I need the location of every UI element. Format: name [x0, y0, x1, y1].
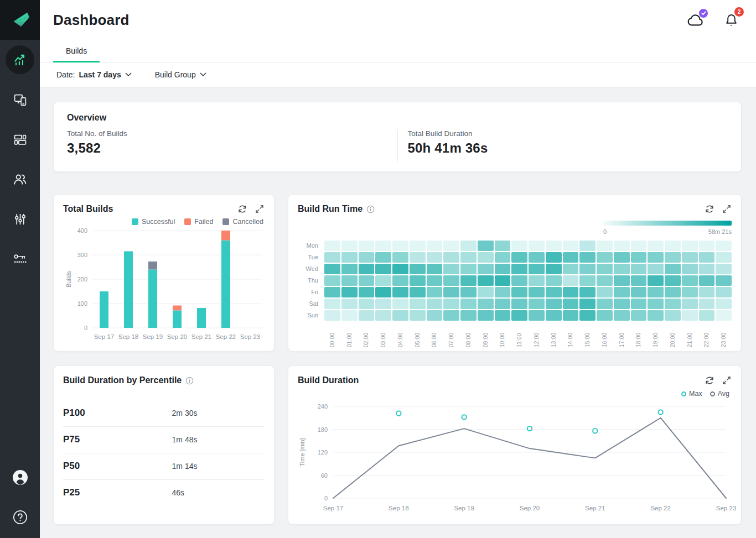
heatmap-cell[interactable]: [460, 310, 477, 321]
heatmap-cell[interactable]: [682, 275, 698, 286]
heatmap-cell[interactable]: [359, 287, 375, 297]
heatmap-cell[interactable]: [460, 287, 477, 297]
heatmap-cell[interactable]: [529, 252, 545, 263]
heatmap-cell[interactable]: [324, 275, 340, 286]
heatmap-cell[interactable]: [511, 275, 527, 286]
heatmap-cell[interactable]: [546, 287, 562, 297]
heatmap-cell[interactable]: [359, 252, 375, 263]
heatmap-cell[interactable]: [579, 275, 596, 286]
heatmap-cell[interactable]: [478, 241, 494, 251]
heatmap-cell[interactable]: [443, 310, 459, 321]
heatmap-cell[interactable]: [495, 241, 511, 251]
heatmap-cell[interactable]: [359, 275, 375, 286]
heatmap-cell[interactable]: [427, 287, 443, 297]
heatmap-cell[interactable]: [665, 299, 681, 309]
heatmap-cell[interactable]: [579, 310, 596, 321]
heatmap-cell[interactable]: [495, 252, 511, 263]
heatmap-cell[interactable]: [665, 264, 681, 274]
heatmap-cell[interactable]: [359, 310, 375, 321]
heatmap-cell[interactable]: [392, 241, 408, 251]
heatmap-cell[interactable]: [716, 275, 732, 286]
heatmap-cell[interactable]: [375, 310, 391, 321]
heatmap-cell[interactable]: [392, 275, 408, 286]
heatmap-cell[interactable]: [716, 252, 732, 263]
heatmap-cell[interactable]: [529, 287, 545, 297]
heatmap-cell[interactable]: [546, 252, 562, 263]
heatmap-cell[interactable]: [443, 287, 459, 297]
heatmap-cell[interactable]: [682, 252, 698, 263]
heatmap-cell[interactable]: [648, 299, 664, 309]
heatmap-cell[interactable]: [614, 241, 630, 251]
heatmap-cell[interactable]: [529, 241, 545, 251]
sidebar-item-team[interactable]: [0, 159, 40, 199]
heatmap-cell[interactable]: [716, 310, 732, 321]
heatmap-cell[interactable]: [614, 310, 630, 321]
heatmap-cell[interactable]: [375, 264, 391, 274]
heatmap-cell[interactable]: [563, 264, 579, 274]
heatmap-cell[interactable]: [546, 241, 562, 251]
heatmap-cell[interactable]: [597, 241, 613, 251]
heatmap-cell[interactable]: [427, 299, 443, 309]
heatmap-cell[interactable]: [597, 264, 613, 274]
heatmap-cell[interactable]: [665, 275, 681, 286]
heatmap-cell[interactable]: [631, 241, 647, 251]
cloud-status-button[interactable]: [686, 11, 705, 29]
heatmap-cell[interactable]: [665, 252, 681, 263]
heatmap-cell[interactable]: [495, 287, 511, 297]
heatmap-cell[interactable]: [682, 264, 698, 274]
heatmap-cell[interactable]: [427, 264, 443, 274]
refresh-button[interactable]: [705, 375, 714, 385]
heatmap-cell[interactable]: [495, 310, 511, 321]
heatmap-cell[interactable]: [427, 241, 443, 251]
heatmap-cell[interactable]: [427, 310, 443, 321]
heatmap-cell[interactable]: [495, 275, 511, 286]
heatmap-cell[interactable]: [443, 275, 459, 286]
heatmap-cell[interactable]: [563, 287, 579, 297]
heatmap-cell[interactable]: [597, 310, 613, 321]
heatmap-cell[interactable]: [460, 299, 477, 309]
heatmap-cell[interactable]: [631, 275, 647, 286]
heatmap-cell[interactable]: [682, 241, 698, 251]
sidebar-item-help[interactable]: [0, 497, 40, 537]
heatmap-cell[interactable]: [631, 264, 647, 274]
heatmap-cell[interactable]: [511, 287, 527, 297]
heatmap-cell[interactable]: [392, 252, 408, 263]
heatmap-cell[interactable]: [495, 299, 511, 309]
heatmap-cell[interactable]: [511, 252, 527, 263]
heatmap-cell[interactable]: [716, 241, 732, 251]
heatmap-cell[interactable]: [682, 310, 698, 321]
heatmap-cell[interactable]: [648, 287, 664, 297]
heatmap-cell[interactable]: [529, 299, 545, 309]
heatmap-cell[interactable]: [410, 241, 426, 251]
info-icon[interactable]: [185, 377, 194, 385]
heatmap-cell[interactable]: [699, 310, 715, 321]
heatmap-cell[interactable]: [563, 252, 579, 263]
heatmap-cell[interactable]: [699, 299, 715, 309]
refresh-button[interactable]: [705, 204, 714, 214]
heatmap-cell[interactable]: [699, 264, 715, 274]
heatmap-cell[interactable]: [563, 275, 579, 286]
sidebar-item-apps[interactable]: [0, 80, 40, 119]
notifications-button[interactable]: 2: [722, 11, 741, 29]
heatmap-cell[interactable]: [682, 299, 698, 309]
heatmap-cell[interactable]: [375, 275, 391, 286]
heatmap-cell[interactable]: [597, 275, 613, 286]
heatmap-cell[interactable]: [665, 310, 681, 321]
heatmap-cell[interactable]: [427, 275, 443, 286]
heatmap-cell[interactable]: [478, 264, 494, 274]
heatmap-cell[interactable]: [511, 241, 527, 251]
heatmap-cell[interactable]: [511, 264, 527, 274]
refresh-button[interactable]: [237, 204, 247, 214]
heatmap-cell[interactable]: [392, 299, 408, 309]
heatmap-cell[interactable]: [579, 287, 596, 297]
heatmap-cell[interactable]: [699, 275, 715, 286]
heatmap-cell[interactable]: [631, 252, 647, 263]
heatmap-cell[interactable]: [375, 241, 391, 251]
heatmap-cell[interactable]: [443, 299, 459, 309]
heatmap-cell[interactable]: [648, 264, 664, 274]
heatmap-cell[interactable]: [478, 252, 494, 263]
heatmap-cell[interactable]: [478, 287, 494, 297]
heatmap-cell[interactable]: [324, 241, 340, 251]
heatmap-cell[interactable]: [529, 264, 545, 274]
heatmap-cell[interactable]: [631, 287, 647, 297]
